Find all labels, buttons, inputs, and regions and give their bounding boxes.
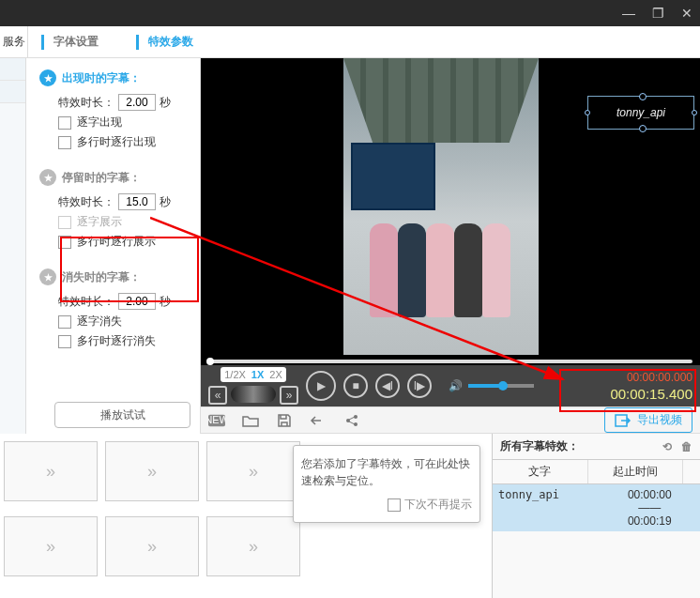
watermark-text: tonny_api: [616, 106, 665, 119]
stay-duration-input[interactable]: [118, 193, 156, 210]
time-display: 00:00:00.000 00:00:15.400: [610, 369, 692, 403]
tab-font-settings[interactable]: 字体设置: [53, 34, 99, 50]
export-video-button[interactable]: 导出视频: [604, 407, 692, 433]
chk-label: 多行时逐行展示: [77, 234, 156, 250]
settings-panel: ★出现时的字幕： 特效时长：秒 逐字出现 多行时逐行出现 ★停留时的字幕： 特效…: [26, 58, 201, 434]
thumbnail-slot[interactable]: »: [105, 441, 199, 501]
player-controls: 1/2X 1X 2X « » ▶ ■ ◀I I▶ 🔊 00:00:00.000: [201, 365, 700, 406]
new-icon[interactable]: NEW: [208, 412, 225, 429]
preview-panel: tonny_api 1/2X 1X 2X « » ▶: [201, 58, 700, 434]
play-test-button[interactable]: 播放试试: [54, 402, 190, 428]
effects-panel: 所有字幕特效： ⟲ 🗑 文字 起止时间 tonny_api 00:00:00 —…: [492, 434, 700, 598]
speed-two[interactable]: 2X: [269, 369, 282, 380]
section-appear: ★出现时的字幕： 特效时长：秒 逐字出现 多行时逐行出现: [39, 69, 192, 150]
tooltip-text: 您若添加了字幕特效，可在此处快速检索与定位。: [301, 455, 472, 489]
watermark-overlay[interactable]: tonny_api: [587, 96, 694, 130]
jog-wheel-icon[interactable]: [231, 386, 276, 403]
left-sidebar: [0, 58, 26, 434]
sidebar-slot[interactable]: [0, 81, 25, 103]
duration-label: 特效时长：: [58, 194, 114, 210]
save-icon[interactable]: [276, 412, 293, 429]
checkbox[interactable]: [58, 216, 71, 229]
thumbnail-block: » » » » » » 您若添加了字幕特效，可在此处快速检索与定位。 下次不再提…: [0, 434, 492, 598]
duration-label: 特效时长：: [58, 294, 114, 310]
export-icon: [615, 414, 632, 427]
star-icon: ★: [39, 268, 56, 285]
section-title: 停留时的字幕：: [62, 170, 141, 186]
titlebar: — ❐ ✕: [0, 0, 700, 26]
video-preview[interactable]: tonny_api: [201, 58, 700, 355]
checkbox-dont-show[interactable]: [388, 498, 401, 512]
service-label: 服务: [0, 26, 28, 57]
fx-row-text: tonny_api: [493, 488, 600, 528]
volume-icon[interactable]: 🔊: [449, 379, 463, 392]
disappear-duration-input[interactable]: [118, 293, 156, 310]
sidebar-slot[interactable]: [0, 58, 25, 81]
thumbnail-slot[interactable]: »: [206, 441, 300, 501]
step-back-button[interactable]: ◀I: [375, 374, 400, 398]
thumbnail-slot[interactable]: »: [4, 516, 98, 576]
checkbox[interactable]: [58, 335, 71, 348]
scrub-bar[interactable]: [201, 355, 700, 365]
chevron-right-icon: »: [249, 462, 258, 482]
section-disappear: ★消失时的字幕： 特效时长：秒 逐字消失 多行时逐行消失: [39, 268, 192, 349]
appear-duration-input[interactable]: [118, 94, 156, 111]
col-spacer: [683, 460, 700, 483]
volume-slider[interactable]: [468, 384, 534, 388]
speed-half[interactable]: 1/2X: [224, 369, 246, 380]
play-button[interactable]: ▶: [306, 371, 336, 401]
close-icon[interactable]: ✕: [681, 6, 692, 21]
top-strip: 服务 字体设置 特效参数: [0, 26, 700, 58]
thumbnail-slot[interactable]: »: [105, 516, 199, 576]
chk-label: 多行时逐行消失: [77, 333, 156, 349]
trash-icon[interactable]: 🗑: [681, 440, 692, 453]
prev-frame-button[interactable]: «: [208, 386, 227, 405]
unit-sec: 秒: [160, 194, 171, 210]
speed-selector[interactable]: 1/2X 1X 2X: [221, 367, 286, 382]
toolbar: NEW 导出视频: [201, 406, 700, 434]
tab-effect-params[interactable]: 特效参数: [148, 34, 193, 50]
checkbox[interactable]: [58, 236, 71, 249]
fx-header: 所有字幕特效：: [500, 438, 579, 454]
section-title: 出现时的字幕：: [62, 70, 141, 86]
duration-label: 特效时长：: [58, 95, 114, 111]
checkbox[interactable]: [58, 136, 71, 149]
chevron-right-icon: »: [147, 537, 157, 557]
chk-label: 逐字展示: [77, 214, 122, 230]
undo-icon[interactable]: [310, 412, 327, 429]
col-text: 文字: [493, 460, 588, 483]
speed-one[interactable]: 1X: [251, 369, 264, 380]
fx-columns: 文字 起止时间: [493, 460, 700, 484]
tab-bar: 字体设置 特效参数: [28, 26, 193, 57]
thumbnail-slot[interactable]: »: [4, 441, 98, 501]
unit-sec: 秒: [160, 294, 171, 310]
checkbox[interactable]: [58, 116, 71, 130]
star-icon: ★: [39, 69, 56, 86]
maximize-icon[interactable]: ❐: [652, 6, 664, 21]
open-folder-icon[interactable]: [242, 412, 259, 429]
chevron-right-icon: »: [147, 462, 157, 482]
chk-label: 多行时逐行出现: [77, 134, 156, 150]
unit-sec: 秒: [160, 95, 171, 111]
fx-row[interactable]: tonny_api 00:00:00 —— 00:00:19: [493, 484, 700, 531]
stop-button[interactable]: ■: [343, 374, 368, 398]
minimize-icon[interactable]: —: [622, 6, 635, 21]
current-time: 00:00:00.000: [610, 369, 692, 386]
share-icon[interactable]: [343, 412, 360, 429]
dont-show-label: 下次不再提示: [404, 497, 472, 513]
section-title: 消失时的字幕：: [62, 269, 141, 285]
svg-text:NEW: NEW: [208, 414, 225, 425]
fx-row-time: 00:00:00 —— 00:00:19: [600, 488, 701, 528]
step-forward-button[interactable]: I▶: [407, 374, 432, 398]
back-icon[interactable]: ⟲: [662, 440, 672, 453]
export-label: 导出视频: [637, 412, 682, 428]
checkbox[interactable]: [58, 315, 71, 329]
chevron-right-icon: »: [46, 462, 55, 482]
section-stay: ★停留时的字幕： 特效时长：秒 逐字展示 多行时逐行展示: [39, 169, 192, 250]
chk-label: 逐字消失: [77, 314, 122, 330]
chk-label: 逐字出现: [77, 115, 122, 130]
thumbnail-slot[interactable]: »: [206, 516, 300, 576]
total-time: 00:00:15.400: [610, 386, 692, 403]
next-frame-button[interactable]: »: [280, 386, 298, 405]
chevron-right-icon: »: [249, 537, 258, 557]
